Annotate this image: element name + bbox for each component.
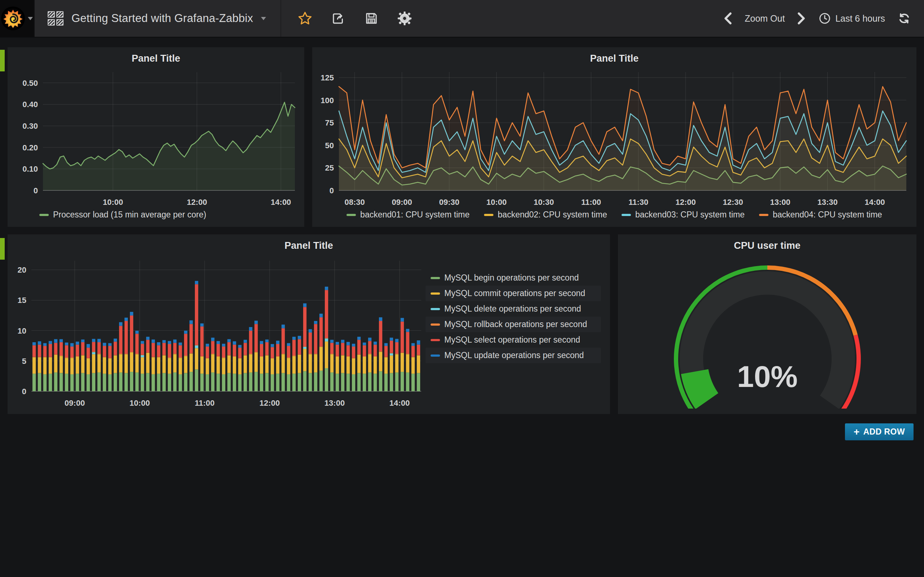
panel-title[interactable]: Panel Title	[312, 47, 916, 66]
bar-segment	[384, 357, 388, 374]
bar-segment	[184, 356, 187, 373]
legend-item[interactable]: MySQL commit operations per second	[426, 285, 601, 301]
bar-segment	[406, 354, 409, 354]
dashboard-grid-icon	[48, 11, 63, 26]
bar-segment	[65, 358, 68, 374]
x-tick-label: 09:30	[439, 198, 459, 206]
panel-title[interactable]: CPU user time	[618, 234, 916, 253]
y-tick-label: 0.10	[23, 164, 38, 174]
bar-segment	[276, 344, 279, 356]
gear-icon	[397, 10, 412, 26]
bar-segment	[325, 338, 328, 338]
bar-segment	[76, 374, 79, 391]
bar-segment	[228, 355, 231, 355]
legend-color-dash	[431, 277, 440, 279]
bar-segment	[168, 374, 171, 391]
bar-segment	[124, 354, 128, 354]
bar-segment	[222, 358, 225, 374]
bar-segment	[249, 327, 252, 331]
grafana-menu-button[interactable]	[0, 0, 35, 37]
legend-item[interactable]: MySQL select operations per second	[426, 332, 601, 348]
settings-button[interactable]	[393, 7, 416, 30]
bar-segment	[97, 372, 101, 391]
star-button[interactable]	[294, 7, 317, 30]
dashboard-title: Getting Started with Grafana-Zabbix	[71, 12, 253, 25]
panel-title[interactable]: Panel Title	[8, 234, 610, 253]
bar-segment	[320, 314, 323, 318]
bar-segment	[141, 374, 144, 391]
legend-item[interactable]: Processor load (15 min average per core)	[39, 210, 206, 220]
bar-segment	[195, 348, 198, 370]
bar-segment	[368, 354, 372, 354]
legend-item[interactable]: MySQL update operations per second	[426, 348, 601, 363]
chevron-right-icon	[796, 12, 806, 24]
legend-item[interactable]: backend03: CPU system time	[622, 210, 745, 220]
bar-segment	[216, 344, 220, 356]
panel-title[interactable]: Panel Title	[8, 47, 304, 66]
line-chart[interactable]: 025507510012508:3009:0009:3010:0010:3011…	[316, 66, 912, 208]
dashboard-title-dropdown[interactable]: Getting Started with Grafana-Zabbix	[35, 0, 281, 37]
bar-segment	[254, 352, 258, 372]
bar-segment	[395, 339, 399, 342]
time-range-picker[interactable]: Last 6 hours	[813, 9, 891, 28]
row-handle[interactable]	[0, 238, 5, 259]
add-row-button[interactable]: + ADD ROW	[845, 423, 914, 440]
stacked-bar-chart[interactable]: 0510152009:0010:0011:0012:0013:0014:00	[10, 253, 426, 409]
legend-color-dash	[39, 214, 49, 216]
bar-segment	[195, 345, 198, 345]
refresh-button[interactable]	[894, 7, 914, 30]
bar-segment	[249, 354, 252, 354]
bar-segment	[38, 357, 41, 357]
legend-item[interactable]: backend04: CPU system time	[759, 210, 882, 220]
bar-segment	[162, 355, 166, 355]
bar-segment	[114, 373, 117, 392]
legend-item[interactable]: MySQL rollback operations per second	[426, 317, 601, 332]
zoom-out-button[interactable]: Zoom Out	[740, 10, 790, 27]
bar-segment	[309, 354, 312, 354]
save-button[interactable]	[360, 7, 383, 30]
bar-segment	[54, 343, 57, 355]
bar-segment	[130, 312, 133, 316]
bar-segment	[412, 374, 415, 391]
bar-segment	[103, 346, 106, 357]
legend-item[interactable]: MySQL delete operations per second	[426, 301, 601, 317]
bar-segment	[287, 358, 290, 374]
time-forward-button[interactable]	[793, 7, 809, 30]
bar-segment	[87, 374, 90, 391]
bar-segment	[97, 342, 101, 354]
bar-segment	[233, 345, 236, 356]
bar-segment	[60, 339, 63, 342]
bar-segment	[108, 358, 111, 374]
share-button[interactable]	[327, 7, 350, 30]
legend-item[interactable]: backend01: CPU system time	[347, 210, 470, 220]
dashboard-area: Panel Title 00.100.200.300.400.5010:0012…	[0, 37, 924, 577]
bar-segment	[249, 331, 252, 354]
bar-segment	[336, 356, 339, 357]
legend-item[interactable]: backend02: CPU system time	[484, 210, 607, 220]
time-back-button[interactable]	[720, 7, 736, 30]
bar-segment	[265, 342, 268, 355]
bar-segment	[114, 342, 117, 355]
bar-segment	[395, 354, 399, 372]
bar-segment	[216, 374, 220, 391]
bar-segment	[314, 324, 317, 354]
bar-segment	[168, 358, 171, 374]
bar-segment	[135, 354, 139, 354]
bar-segment	[179, 374, 182, 391]
bar-segment	[287, 374, 290, 391]
line-chart[interactable]: 00.100.200.300.400.5010:0012:0014:00	[11, 66, 300, 208]
row-handle[interactable]	[0, 50, 5, 71]
bar-segment	[412, 357, 415, 357]
legend-item[interactable]: MySQL begin operations per second	[426, 270, 601, 285]
bar-segment	[373, 357, 377, 374]
bar-segment	[228, 373, 231, 392]
bar-segment	[162, 340, 166, 343]
bar-segment	[32, 357, 36, 357]
bar-segment	[303, 303, 307, 307]
bar-segment	[303, 307, 307, 346]
y-tick-label: 0	[330, 186, 334, 195]
bar-segment	[189, 320, 193, 324]
bar-segment	[60, 356, 63, 373]
y-tick-label: 10	[18, 326, 26, 335]
bar-segment	[368, 354, 372, 372]
